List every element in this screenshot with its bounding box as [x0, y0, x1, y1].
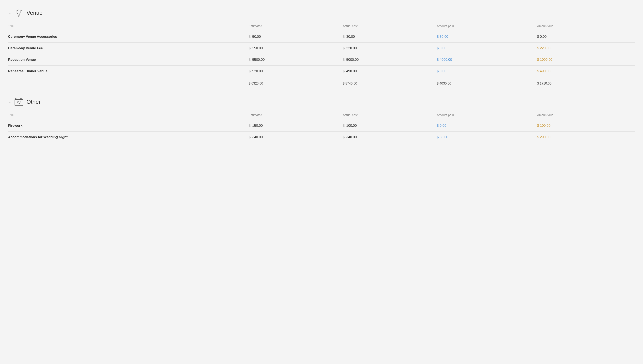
dollar-icon: $: [249, 69, 251, 73]
row-due: $ 290.00: [535, 132, 635, 143]
row-actual: $30.00: [340, 31, 434, 42]
row-title: Ceremony Venue Accessories: [8, 31, 246, 42]
row-paid: $ 50.00: [434, 132, 534, 143]
totals-empty-cell: [8, 77, 246, 89]
row-actual: $100.00: [340, 120, 434, 132]
row-estimated: $5500.00: [246, 54, 340, 66]
row-due: $ 490.00: [535, 66, 635, 77]
col-header-due: Amount due: [535, 22, 635, 31]
col-header-actual: Actual cost: [340, 22, 434, 31]
row-actual: $220.00: [340, 42, 434, 54]
row-estimated: $50.00: [246, 31, 340, 42]
col-header-title: Title: [8, 22, 246, 31]
row-due: $ 0.00: [535, 31, 635, 42]
svg-line-5: [21, 10, 22, 11]
col-header-paid: Amount paid: [434, 112, 534, 120]
dollar-icon: $: [249, 124, 251, 128]
row-actual: $5000.00: [340, 54, 434, 66]
budget-table-venue: TitleEstimatedActual costAmount paidAmou…: [8, 22, 635, 89]
row-title: Reception Venue: [8, 54, 246, 66]
chevron-venue[interactable]: ⌄: [8, 11, 11, 15]
col-header-estimated: Estimated: [246, 22, 340, 31]
table-row: Accommodations for Wedding Night$340.00$…: [8, 132, 635, 143]
dollar-icon: $: [249, 135, 251, 139]
svg-rect-7: [15, 100, 23, 106]
col-header-due: Amount due: [535, 112, 635, 120]
row-paid: $ 4000.00: [434, 54, 534, 66]
dollar-icon: $: [343, 69, 345, 73]
row-title: Firework!: [8, 120, 246, 132]
col-header-title: Title: [8, 112, 246, 120]
row-title: Rehearsal Dinner Venue: [8, 66, 246, 77]
row-estimated: $340.00: [246, 132, 340, 143]
totals-estimated: $ 6320.00: [246, 77, 340, 89]
section-title-venue: Venue: [27, 10, 43, 16]
row-due: $ 1000.00: [535, 54, 635, 66]
svg-line-4: [16, 10, 17, 11]
heart-box-icon: [14, 97, 24, 107]
bulb-icon: [14, 8, 24, 18]
table-row: Firework!$150.00$100.00$ 0.00$ 100.00: [8, 120, 635, 132]
dollar-icon: $: [249, 46, 251, 50]
chevron-other[interactable]: ⌄: [8, 100, 11, 104]
dollar-icon: $: [343, 135, 345, 139]
table-row: Reception Venue$5500.00$5000.00$ 4000.00…: [8, 54, 635, 66]
totals-actual: $ 5740.00: [340, 77, 434, 89]
table-row: Ceremony Venue Accessories$50.00$30.00$ …: [8, 31, 635, 42]
row-due: $ 220.00: [535, 42, 635, 54]
table-row: Rehearsal Dinner Venue$520.00$490.00$ 0.…: [8, 66, 635, 77]
col-header-actual: Actual cost: [340, 112, 434, 120]
row-paid: $ 0.00: [434, 66, 534, 77]
row-actual: $340.00: [340, 132, 434, 143]
section-title-other: Other: [27, 99, 41, 105]
dollar-icon: $: [249, 35, 251, 39]
row-title: Accommodations for Wedding Night: [8, 132, 246, 143]
section-venue: ⌄ VenueTitleEstimatedActual costAmount p…: [8, 8, 635, 89]
dollar-icon: $: [343, 35, 345, 39]
row-estimated: $150.00: [246, 120, 340, 132]
totals-paid: $ 4030.00: [434, 77, 534, 89]
section-other: ⌄ OtherTitleEstimatedActual costAmount p…: [8, 97, 635, 143]
row-estimated: $250.00: [246, 42, 340, 54]
dollar-icon: $: [343, 46, 345, 50]
dollar-icon: $: [249, 58, 251, 62]
row-paid: $ 0.00: [434, 120, 534, 132]
row-title: Ceremony Venue Fee: [8, 42, 246, 54]
row-estimated: $520.00: [246, 66, 340, 77]
dollar-icon: $: [343, 124, 345, 128]
totals-row: $ 6320.00$ 5740.00$ 4030.00$ 1710.00: [8, 77, 635, 89]
row-due: $ 100.00: [535, 120, 635, 132]
budget-table-other: TitleEstimatedActual costAmount paidAmou…: [8, 112, 635, 143]
table-row: Ceremony Venue Fee$250.00$220.00$ 0.00$ …: [8, 42, 635, 54]
col-header-paid: Amount paid: [434, 22, 534, 31]
dollar-icon: $: [343, 58, 345, 62]
row-paid: $ 30.00: [434, 31, 534, 42]
totals-due: $ 1710.00: [535, 77, 635, 89]
row-paid: $ 0.00: [434, 42, 534, 54]
col-header-estimated: Estimated: [246, 112, 340, 120]
row-actual: $490.00: [340, 66, 434, 77]
